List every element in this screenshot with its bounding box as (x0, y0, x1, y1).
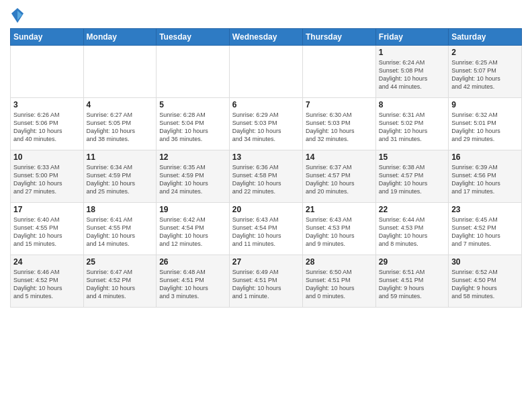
day-info: Sunrise: 6:28 AM Sunset: 5:04 PM Dayligh… (159, 111, 226, 144)
day-number: 7 (306, 100, 373, 109)
day-number: 8 (379, 100, 445, 109)
day-info: Sunrise: 6:35 AM Sunset: 4:59 PM Dayligh… (159, 163, 226, 196)
calendar-cell: 7Sunrise: 6:30 AM Sunset: 5:03 PM Daylig… (302, 98, 375, 150)
day-info: Sunrise: 6:26 AM Sunset: 5:06 PM Dayligh… (13, 111, 81, 144)
calendar-cell: 9Sunrise: 6:32 AM Sunset: 5:01 PM Daylig… (449, 98, 522, 150)
day-number: 18 (87, 205, 154, 214)
calendar-cell: 11Sunrise: 6:34 AM Sunset: 4:59 PM Dayli… (83, 150, 157, 203)
calendar-cell: 30Sunrise: 6:52 AM Sunset: 4:50 PM Dayli… (449, 255, 522, 308)
day-info: Sunrise: 6:40 AM Sunset: 4:55 PM Dayligh… (13, 216, 81, 248)
day-number: 6 (232, 100, 300, 109)
calendar-cell: 10Sunrise: 6:33 AM Sunset: 5:00 PM Dayli… (11, 150, 84, 203)
day-info: Sunrise: 6:48 AM Sunset: 4:51 PM Dayligh… (159, 268, 226, 301)
calendar-cell: 4Sunrise: 6:27 AM Sunset: 5:05 PM Daylig… (83, 98, 157, 150)
day-number: 26 (159, 257, 226, 267)
calendar-table: SundayMondayTuesdayWednesdayThursdayFrid… (10, 28, 522, 308)
day-number: 12 (159, 152, 226, 162)
day-number: 2 (451, 48, 519, 57)
calendar-cell: 24Sunrise: 6:46 AM Sunset: 4:52 PM Dayli… (11, 255, 84, 308)
logo (10, 9, 24, 23)
calendar-cell: 26Sunrise: 6:48 AM Sunset: 4:51 PM Dayli… (157, 255, 230, 308)
logo-text (10, 9, 24, 23)
day-number: 30 (451, 257, 519, 267)
day-info: Sunrise: 6:36 AM Sunset: 4:58 PM Dayligh… (232, 163, 300, 196)
calendar-cell: 3Sunrise: 6:26 AM Sunset: 5:06 PM Daylig… (11, 98, 84, 150)
day-info: Sunrise: 6:25 AM Sunset: 5:07 PM Dayligh… (451, 58, 519, 91)
calendar-week-2: 3Sunrise: 6:26 AM Sunset: 5:06 PM Daylig… (11, 98, 522, 150)
calendar-header-row: SundayMondayTuesdayWednesdayThursdayFrid… (11, 29, 522, 46)
calendar-cell: 29Sunrise: 6:51 AM Sunset: 4:51 PM Dayli… (375, 255, 448, 308)
day-info: Sunrise: 6:37 AM Sunset: 4:57 PM Dayligh… (306, 163, 373, 196)
calendar-header-friday: Friday (375, 29, 448, 46)
calendar-cell: 18Sunrise: 6:41 AM Sunset: 4:55 PM Dayli… (83, 203, 157, 255)
day-info: Sunrise: 6:49 AM Sunset: 4:51 PM Dayligh… (232, 268, 300, 301)
calendar-week-3: 10Sunrise: 6:33 AM Sunset: 5:00 PM Dayli… (11, 150, 522, 203)
day-number: 21 (306, 205, 373, 214)
day-number: 13 (232, 152, 300, 162)
calendar-header-monday: Monday (83, 29, 157, 46)
day-number: 4 (87, 100, 154, 109)
day-info: Sunrise: 6:32 AM Sunset: 5:01 PM Dayligh… (451, 111, 519, 144)
calendar-cell: 13Sunrise: 6:36 AM Sunset: 4:58 PM Dayli… (229, 150, 302, 203)
calendar-header-saturday: Saturday (449, 29, 522, 46)
day-info: Sunrise: 6:51 AM Sunset: 4:51 PM Dayligh… (379, 268, 445, 301)
calendar-header-thursday: Thursday (302, 29, 375, 46)
day-info: Sunrise: 6:30 AM Sunset: 5:03 PM Dayligh… (306, 111, 373, 144)
calendar-cell: 15Sunrise: 6:38 AM Sunset: 4:57 PM Dayli… (375, 150, 448, 203)
calendar-cell: 1Sunrise: 6:24 AM Sunset: 5:08 PM Daylig… (375, 46, 448, 98)
day-number: 27 (232, 257, 300, 267)
calendar-cell: 2Sunrise: 6:25 AM Sunset: 5:07 PM Daylig… (449, 46, 522, 98)
day-number: 29 (379, 257, 445, 267)
calendar-header-tuesday: Tuesday (157, 29, 230, 46)
calendar-cell: 8Sunrise: 6:31 AM Sunset: 5:02 PM Daylig… (375, 98, 448, 150)
calendar-week-1: 1Sunrise: 6:24 AM Sunset: 5:08 PM Daylig… (11, 46, 522, 98)
calendar-cell (157, 46, 230, 98)
day-number: 15 (379, 152, 445, 162)
calendar-cell: 27Sunrise: 6:49 AM Sunset: 4:51 PM Dayli… (229, 255, 302, 308)
day-info: Sunrise: 6:42 AM Sunset: 4:54 PM Dayligh… (159, 216, 226, 248)
calendar-week-5: 24Sunrise: 6:46 AM Sunset: 4:52 PM Dayli… (11, 255, 522, 308)
calendar-cell: 17Sunrise: 6:40 AM Sunset: 4:55 PM Dayli… (11, 203, 84, 255)
day-number: 20 (232, 205, 300, 214)
day-info: Sunrise: 6:52 AM Sunset: 4:50 PM Dayligh… (451, 268, 519, 301)
day-info: Sunrise: 6:29 AM Sunset: 5:03 PM Dayligh… (232, 111, 300, 144)
calendar-week-4: 17Sunrise: 6:40 AM Sunset: 4:55 PM Dayli… (11, 203, 522, 255)
calendar-cell: 12Sunrise: 6:35 AM Sunset: 4:59 PM Dayli… (157, 150, 230, 203)
day-number: 11 (87, 152, 154, 162)
calendar-cell: 28Sunrise: 6:50 AM Sunset: 4:51 PM Dayli… (302, 255, 375, 308)
day-number: 28 (306, 257, 373, 267)
day-number: 22 (379, 205, 445, 214)
day-info: Sunrise: 6:33 AM Sunset: 5:00 PM Dayligh… (13, 163, 81, 196)
logo-icon (11, 8, 24, 23)
page-container: SundayMondayTuesdayWednesdayThursdayFrid… (0, 0, 532, 411)
day-number: 1 (379, 48, 445, 57)
calendar-cell (302, 46, 375, 98)
day-info: Sunrise: 6:43 AM Sunset: 4:54 PM Dayligh… (232, 216, 300, 248)
day-number: 3 (13, 100, 81, 109)
day-info: Sunrise: 6:47 AM Sunset: 4:52 PM Dayligh… (87, 268, 154, 301)
day-info: Sunrise: 6:34 AM Sunset: 4:59 PM Dayligh… (87, 163, 154, 196)
day-info: Sunrise: 6:27 AM Sunset: 5:05 PM Dayligh… (87, 111, 154, 144)
day-info: Sunrise: 6:41 AM Sunset: 4:55 PM Dayligh… (87, 216, 154, 248)
calendar-cell: 23Sunrise: 6:45 AM Sunset: 4:52 PM Dayli… (449, 203, 522, 255)
day-number: 24 (13, 257, 81, 267)
day-info: Sunrise: 6:38 AM Sunset: 4:57 PM Dayligh… (379, 163, 445, 196)
calendar-header-sunday: Sunday (11, 29, 84, 46)
day-number: 25 (87, 257, 154, 267)
day-number: 14 (306, 152, 373, 162)
day-info: Sunrise: 6:44 AM Sunset: 4:53 PM Dayligh… (379, 216, 445, 248)
day-info: Sunrise: 6:24 AM Sunset: 5:08 PM Dayligh… (379, 58, 445, 91)
calendar-cell (229, 46, 302, 98)
calendar-cell: 21Sunrise: 6:43 AM Sunset: 4:53 PM Dayli… (302, 203, 375, 255)
calendar-cell: 14Sunrise: 6:37 AM Sunset: 4:57 PM Dayli… (302, 150, 375, 203)
day-info: Sunrise: 6:46 AM Sunset: 4:52 PM Dayligh… (13, 268, 81, 301)
calendar-cell (11, 46, 84, 98)
day-number: 17 (13, 205, 81, 214)
day-number: 16 (451, 152, 519, 162)
day-number: 10 (13, 152, 81, 162)
day-number: 5 (159, 100, 226, 109)
calendar-cell: 20Sunrise: 6:43 AM Sunset: 4:54 PM Dayli… (229, 203, 302, 255)
calendar-cell: 5Sunrise: 6:28 AM Sunset: 5:04 PM Daylig… (157, 98, 230, 150)
day-info: Sunrise: 6:31 AM Sunset: 5:02 PM Dayligh… (379, 111, 445, 144)
day-info: Sunrise: 6:45 AM Sunset: 4:52 PM Dayligh… (451, 216, 519, 248)
